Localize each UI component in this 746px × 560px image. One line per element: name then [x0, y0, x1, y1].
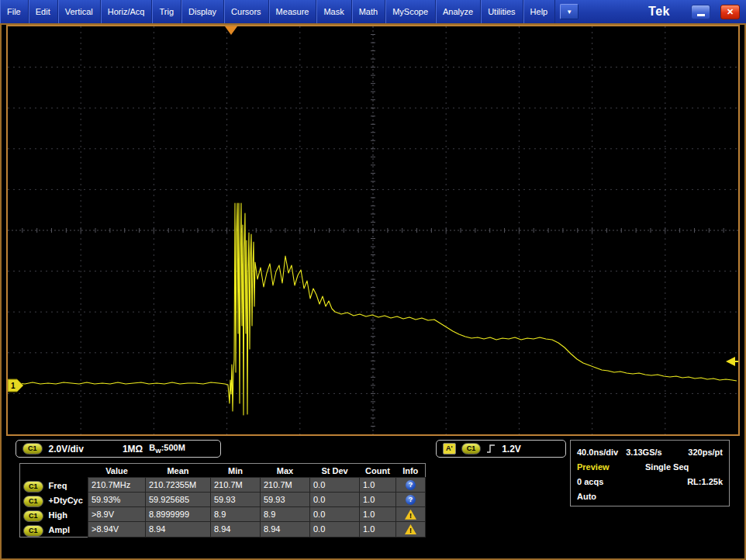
menu-bar: FileEditVerticalHoriz/AcqTrigDisplayCurs…	[0, 0, 746, 23]
measurements-header: Value	[88, 464, 146, 478]
measurement-label: C1Ampl	[20, 522, 88, 538]
channel-badge: C1	[22, 443, 43, 455]
measurement-min: 8.9	[211, 507, 261, 522]
trigger-level-arrow[interactable]	[726, 357, 735, 366]
measurement-count: 1.0	[360, 478, 396, 493]
menu-item-myscope[interactable]: MyScope	[385, 0, 436, 23]
measurements-table: ValueMeanMinMaxSt DevCountInfo C1Freq210…	[19, 463, 426, 538]
info-question-icon[interactable]: ?	[406, 495, 416, 505]
trigger-source-badge: A'	[443, 443, 456, 455]
channel-badge: C1	[23, 525, 43, 537]
tek-logo: Tek	[648, 5, 670, 19]
measurement-min: 210.7M	[211, 478, 261, 493]
measurements-header-row: ValueMeanMinMaxSt DevCountInfo	[20, 464, 426, 478]
menu-item-trig[interactable]: Trig	[152, 0, 181, 23]
measurement-info-cell: ?	[396, 493, 426, 507]
menu-item-math[interactable]: Math	[352, 0, 385, 23]
trigger-channel-badge: C1	[461, 443, 482, 455]
measurements-header: Min	[211, 464, 261, 478]
info-question-icon[interactable]: ?	[406, 480, 416, 490]
measurements-header: Count	[360, 464, 396, 478]
measurement-mean: 210.72355M	[146, 478, 211, 493]
menu-item-vertical[interactable]: Vertical	[58, 0, 101, 23]
rising-edge-icon	[486, 444, 496, 454]
measurement-row: C1+DtyCyc59.93%59.92568559.9359.930.01.0…	[20, 493, 426, 507]
measurements-panel: ValueMeanMinMaxSt DevCountInfo C1Freq210…	[19, 463, 426, 538]
measurement-name: +DtyCyc	[49, 496, 83, 505]
menu-dropdown-button[interactable]: ▼	[560, 4, 578, 19]
measurement-info-cell: ?	[396, 478, 426, 493]
input-impedance: 1MΩ	[123, 444, 143, 455]
record-length: RL:1.25k	[687, 477, 723, 486]
vertical-scale: 2.0V/div	[49, 444, 84, 455]
menu-item-measure[interactable]: Measure	[269, 0, 317, 23]
measurement-label: C1High	[20, 507, 88, 522]
menu-item-help[interactable]: Help	[523, 0, 556, 23]
sample-resolution: 320ps/pt	[688, 448, 723, 457]
menu-item-cursors[interactable]: Cursors	[224, 0, 269, 23]
channel-badge: C1	[23, 510, 43, 522]
menu-item-analyze[interactable]: Analyze	[436, 0, 481, 23]
measurement-count: 1.0	[360, 507, 396, 522]
measurement-min: 8.94	[211, 522, 261, 538]
close-icon: ✕	[727, 8, 734, 16]
measurement-max: 8.9	[261, 507, 310, 522]
measurement-min: 59.93	[211, 493, 261, 507]
menu-item-utilities[interactable]: Utilities	[481, 0, 523, 23]
measurement-count: 1.0	[360, 493, 396, 507]
menu-item-mask[interactable]: Mask	[316, 0, 351, 23]
caret-down-icon: ▼	[566, 9, 572, 16]
measurements-header: Info	[396, 464, 426, 478]
measurement-stdev: 0.0	[310, 522, 360, 538]
measurement-max: 8.94	[261, 522, 310, 538]
measurement-label: C1+DtyCyc	[20, 493, 88, 507]
menu-item-horiz-acq[interactable]: Horiz/Acq	[101, 0, 153, 23]
waveform-canvas: 1	[8, 26, 738, 434]
trigger-level-value: 1.2V	[502, 444, 521, 455]
waveform-display: 1	[6, 25, 740, 436]
measurement-max: 59.93	[261, 493, 310, 507]
warning-icon[interactable]: !	[405, 510, 416, 520]
measurement-name: High	[49, 510, 67, 520]
trigger-mode: Auto	[577, 492, 596, 501]
measurement-info-cell: !	[396, 507, 426, 522]
trigger-position-marker[interactable]	[225, 26, 237, 35]
measurements-header	[20, 464, 88, 478]
minimize-icon	[697, 14, 705, 16]
measurement-info-cell: !	[396, 522, 426, 538]
acq-preview-status: Preview	[577, 462, 645, 472]
measurement-name: Freq	[49, 481, 67, 490]
horizontal-readout[interactable]: 40.0ns/div 3.13GS/s 320ps/pt Preview Sin…	[570, 440, 730, 506]
measurement-value: >8.9V	[88, 507, 146, 522]
warning-icon[interactable]: !	[405, 524, 416, 534]
measurements-header: Max	[261, 464, 310, 478]
menu-items: FileEditVerticalHoriz/AcqTrigDisplayCurs…	[0, 0, 555, 23]
measurement-stdev: 0.0	[310, 507, 360, 522]
sample-rate: 3.13GS/s	[626, 448, 661, 457]
measurement-label: C1Freq	[20, 478, 88, 493]
menu-item-edit[interactable]: Edit	[29, 0, 58, 23]
menubar-right: Tek ✕	[648, 0, 740, 23]
measurement-value: >8.94V	[88, 522, 146, 538]
measurement-row: C1Ampl>8.94V8.948.948.940.01.0!	[20, 522, 426, 538]
vertical-readout[interactable]: C1 2.0V/div 1MΩ BW:500M	[16, 440, 221, 458]
measurement-stdev: 0.0	[310, 478, 360, 493]
acquisition-count: 0 acqs	[577, 477, 603, 486]
channel1-reference-marker[interactable]	[8, 379, 23, 392]
menu-item-file[interactable]: File	[0, 0, 29, 23]
trigger-readout[interactable]: A' C1 1.2V	[436, 440, 566, 458]
measurement-value: 210.7MHz	[88, 478, 146, 493]
timebase-value: 40.0ns/div	[577, 448, 618, 457]
measurement-max: 210.7M	[261, 478, 310, 493]
measurement-value: 59.93%	[88, 493, 146, 507]
measurement-stdev: 0.0	[310, 493, 360, 507]
menu-item-display[interactable]: Display	[181, 0, 224, 23]
oscilloscope-window: FileEditVerticalHoriz/AcqTrigDisplayCurs…	[0, 0, 746, 560]
minimize-button[interactable]	[691, 5, 710, 19]
measurement-row: C1Freq210.7MHz210.72355M210.7M210.7M0.01…	[20, 478, 426, 493]
close-button[interactable]: ✕	[720, 5, 740, 19]
channel-badge: C1	[23, 496, 43, 507]
measurement-mean: 59.925685	[146, 493, 211, 507]
measurement-row: C1High>8.9V8.89999998.98.90.01.0!	[20, 507, 426, 522]
measurement-mean: 8.94	[146, 522, 211, 538]
